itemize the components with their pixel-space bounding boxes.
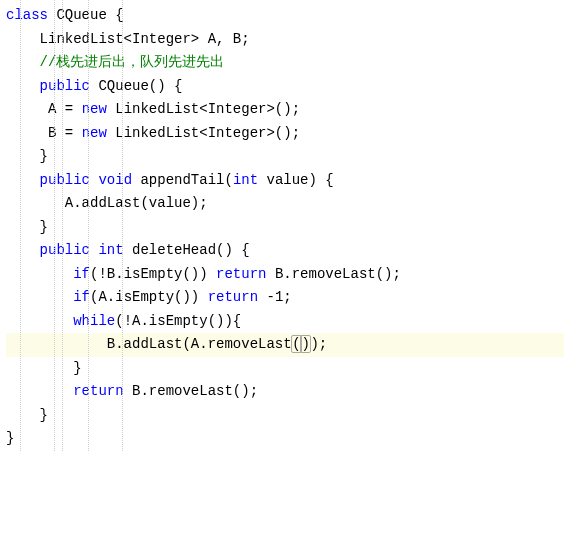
code-line: }	[6, 357, 564, 381]
code-line: }	[6, 427, 564, 451]
keyword-public: public	[40, 242, 90, 258]
code-line: public int deleteHead() {	[6, 239, 564, 263]
text: LinkedList<Integer>();	[107, 101, 300, 117]
keyword-int: int	[233, 172, 258, 188]
code-line: }	[6, 216, 564, 240]
text: CQueue {	[48, 7, 124, 23]
comment: //栈先进后出，队列先进先出	[6, 54, 224, 70]
text: CQueue() {	[90, 78, 182, 94]
keyword-return: return	[73, 383, 123, 399]
text: B.removeLast();	[266, 266, 400, 282]
code-line: public void appendTail(int value) {	[6, 169, 564, 193]
text: (A.isEmpty())	[90, 289, 208, 305]
text: (!A.isEmpty()){	[115, 313, 241, 329]
text: appendTail(	[132, 172, 233, 188]
code-line-highlighted: B.addLast(A.removeLast());	[6, 333, 564, 357]
code-line: LinkedList<Integer> A, B;	[6, 28, 564, 52]
keyword-while: while	[73, 313, 115, 329]
code-line: //栈先进后出，队列先进先出	[6, 51, 564, 75]
keyword-void: void	[98, 172, 132, 188]
code-line: if(A.isEmpty()) return -1;	[6, 286, 564, 310]
code-line: A.addLast(value);	[6, 192, 564, 216]
code-editor: class CQueue { LinkedList<Integer> A, B;…	[0, 0, 564, 451]
text: (!B.isEmpty())	[90, 266, 216, 282]
text: value) {	[258, 172, 334, 188]
text: -1;	[258, 289, 292, 305]
text: B.addLast(A.removeLast	[6, 336, 292, 352]
text: );	[310, 336, 327, 352]
text: B.removeLast();	[124, 383, 258, 399]
matched-paren-open-icon: (	[292, 336, 301, 352]
code-line: return B.removeLast();	[6, 380, 564, 404]
text: A.addLast(value);	[6, 195, 208, 211]
code-line: }	[6, 145, 564, 169]
code-line: public CQueue() {	[6, 75, 564, 99]
keyword-new: new	[82, 101, 107, 117]
code-line: B = new LinkedList<Integer>();	[6, 122, 564, 146]
text: LinkedList<Integer> A, B;	[6, 31, 250, 47]
text: LinkedList<Integer>();	[107, 125, 300, 141]
keyword-public: public	[40, 172, 90, 188]
code-line: class CQueue {	[6, 4, 564, 28]
code-line: while(!A.isEmpty()){	[6, 310, 564, 334]
keyword-public: public	[40, 78, 90, 94]
keyword-new: new	[82, 125, 107, 141]
keyword-int: int	[98, 242, 123, 258]
keyword-return: return	[208, 289, 258, 305]
keyword-return: return	[216, 266, 266, 282]
code-line: A = new LinkedList<Integer>();	[6, 98, 564, 122]
indent-guides	[0, 0, 28, 451]
text: deleteHead() {	[124, 242, 250, 258]
code-line: if(!B.isEmpty()) return B.removeLast();	[6, 263, 564, 287]
code-line: }	[6, 404, 564, 428]
